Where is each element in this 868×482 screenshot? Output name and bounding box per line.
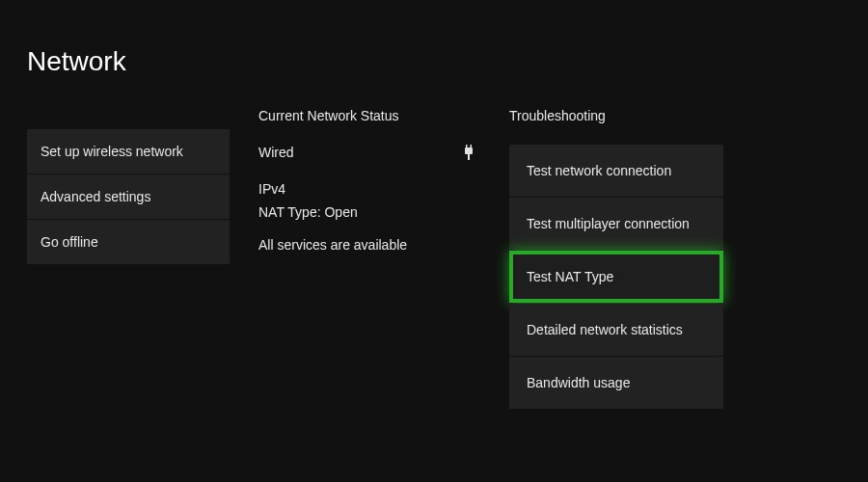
- connection-type-label: Wired: [258, 145, 294, 160]
- advanced-settings-button[interactable]: Advanced settings: [27, 174, 230, 219]
- test-network-connection-button[interactable]: Test network connection: [509, 145, 723, 197]
- go-offline-button[interactable]: Go offline: [27, 220, 230, 264]
- services-status-label: All services are available: [258, 237, 480, 253]
- test-nat-type-button[interactable]: Test NAT Type: [509, 251, 723, 303]
- wired-plug-icon: [463, 145, 475, 160]
- svg-rect-0: [466, 145, 468, 147]
- test-multiplayer-connection-button[interactable]: Test multiplayer connection: [509, 198, 723, 250]
- troubleshooting-header: Troubleshooting: [509, 108, 723, 123]
- detailed-network-statistics-button[interactable]: Detailed network statistics: [509, 304, 723, 356]
- bandwidth-usage-button[interactable]: Bandwidth usage: [509, 357, 723, 409]
- left-menu: Set up wireless networkAdvanced settings…: [27, 129, 230, 409]
- svg-rect-3: [468, 154, 470, 160]
- svg-rect-2: [465, 147, 473, 154]
- connection-type-row: Wired: [258, 145, 480, 160]
- ip-version-label: IPv4: [258, 181, 480, 197]
- network-status-panel: Current Network Status Wired IPv4 NAT Ty…: [258, 108, 480, 409]
- svg-rect-1: [471, 145, 473, 147]
- nat-type-label: NAT Type: Open: [258, 204, 480, 220]
- troubleshooting-panel: Troubleshooting Test network connectionT…: [509, 108, 723, 409]
- page-title: Network: [0, 0, 868, 77]
- troubleshooting-list: Test network connectionTest multiplayer …: [509, 145, 723, 409]
- content-area: Set up wireless networkAdvanced settings…: [0, 77, 868, 409]
- status-header: Current Network Status: [258, 108, 480, 123]
- setup-wireless-button[interactable]: Set up wireless network: [27, 129, 230, 174]
